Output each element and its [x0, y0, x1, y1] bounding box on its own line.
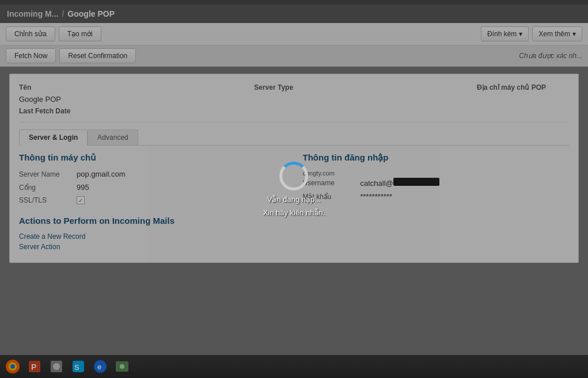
loading-text-line2: Xin hãy kiên nhẫn. — [263, 208, 325, 217]
loading-spinner — [279, 162, 308, 190]
loading-overlay: Vẫn đang nạp... Xin hãy kiên nhẫn. — [0, 0, 588, 378]
loading-text-line1: Vẫn đang nạp... — [267, 195, 321, 204]
loading-box: Vẫn đang nạp... Xin hãy kiên nhẫn. — [263, 162, 325, 217]
